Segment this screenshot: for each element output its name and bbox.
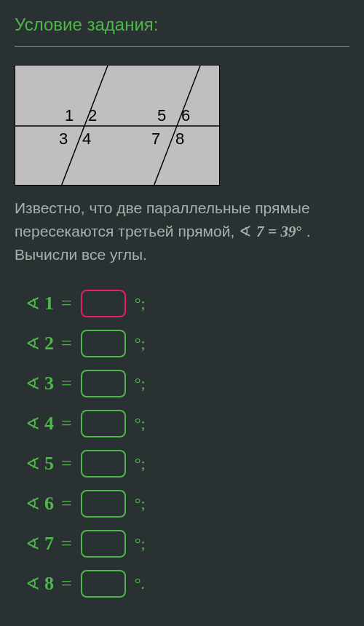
equals-sign: =: [61, 573, 72, 595]
task-condition-title: Условие задания:: [15, 15, 349, 35]
desc-eq: =: [268, 223, 280, 240]
angle-symbol-icon: ∢: [25, 333, 40, 354]
angle-label-7: 7: [151, 130, 160, 148]
equals-sign: =: [61, 493, 72, 515]
angle-symbol-icon: ∢: [25, 413, 40, 434]
angle-input-4[interactable]: [81, 410, 126, 437]
angle-symbol-icon: ∢: [25, 534, 40, 554]
angle-label-1: 1: [65, 106, 74, 125]
degree-suffix: °;: [135, 294, 146, 313]
angle-row-6: ∢6=°;: [25, 488, 349, 519]
angle-row-4: ∢4=°;: [25, 408, 349, 439]
angle-input-list: ∢1=°;∢2=°;∢3=°;∢4=°;∢5=°;∢6=°;∢7=°;∢8=°.: [15, 288, 349, 599]
angle-symbol-icon: ∢: [25, 494, 40, 514]
equals-sign: =: [61, 533, 72, 555]
angle-label-5: 5: [157, 106, 166, 125]
angle-number: 2: [44, 333, 54, 354]
degree-suffix: °;: [135, 334, 146, 353]
angle-symbol-icon: ∢: [25, 453, 40, 474]
task-description: Известно, что две параллельные прямые пе…: [15, 197, 349, 266]
degree-suffix: °;: [135, 494, 146, 513]
angle-input-8[interactable]: [81, 570, 126, 598]
figure-lines: [15, 66, 221, 186]
angle-number: 1: [44, 293, 54, 314]
equals-sign: =: [61, 453, 72, 475]
degree-suffix: °;: [135, 454, 146, 473]
angle-input-5[interactable]: [81, 450, 126, 478]
angle-number: 7: [44, 533, 54, 555]
angle-symbol-icon: ∢: [25, 293, 40, 314]
equals-sign: =: [61, 373, 72, 395]
angle-label-2: 2: [88, 106, 97, 125]
equals-sign: =: [61, 293, 72, 314]
angle-row-2: ∢2=°;: [25, 328, 349, 359]
angle-label-8: 8: [175, 130, 184, 148]
desc-text-3: Вычисли все углы.: [15, 246, 147, 263]
desc-deg: °: [296, 223, 302, 240]
degree-suffix: °;: [135, 534, 146, 553]
angle-number: 3: [44, 373, 54, 395]
angle-input-6[interactable]: [81, 490, 126, 518]
desc-text-1: Известно, что две параллельные прямые: [15, 199, 310, 216]
angle-input-2[interactable]: [81, 330, 126, 357]
angle-number: 5: [44, 453, 54, 475]
angle-row-3: ∢3=°;: [25, 368, 349, 399]
degree-suffix: °;: [135, 414, 146, 433]
angle-number: 8: [44, 573, 54, 595]
angle-label-6: 6: [181, 106, 190, 125]
angle-row-7: ∢7=°;: [25, 528, 349, 559]
angle-number: 6: [44, 493, 54, 515]
degree-suffix: °;: [135, 374, 146, 393]
angle-label-4: 4: [82, 130, 91, 148]
degree-suffix: °.: [135, 574, 145, 593]
angle-number: 4: [44, 413, 54, 435]
geometry-figure: 1 2 3 4 5 6 7 8: [15, 65, 220, 186]
title-underline: [15, 46, 349, 47]
angle-row-8: ∢8=°.: [25, 568, 349, 599]
equals-sign: =: [61, 413, 72, 435]
equals-sign: =: [61, 333, 72, 354]
angle-label-3: 3: [59, 130, 68, 148]
desc-given-value: 39: [281, 223, 296, 240]
angle-symbol-icon: ∢: [25, 373, 40, 394]
angle-input-1[interactable]: [81, 290, 126, 317]
angle-input-7[interactable]: [81, 530, 126, 558]
angle-row-5: ∢5=°;: [25, 448, 349, 479]
angle-symbol-icon: ∢: [25, 574, 40, 594]
desc-given-angle: 7: [256, 223, 264, 240]
desc-text-2: пересекаются третьей прямой,: [15, 223, 239, 239]
angle-input-3[interactable]: [81, 370, 126, 397]
desc-angle-sym: ∢: [239, 223, 252, 239]
angle-row-1: ∢1=°;: [25, 288, 349, 319]
